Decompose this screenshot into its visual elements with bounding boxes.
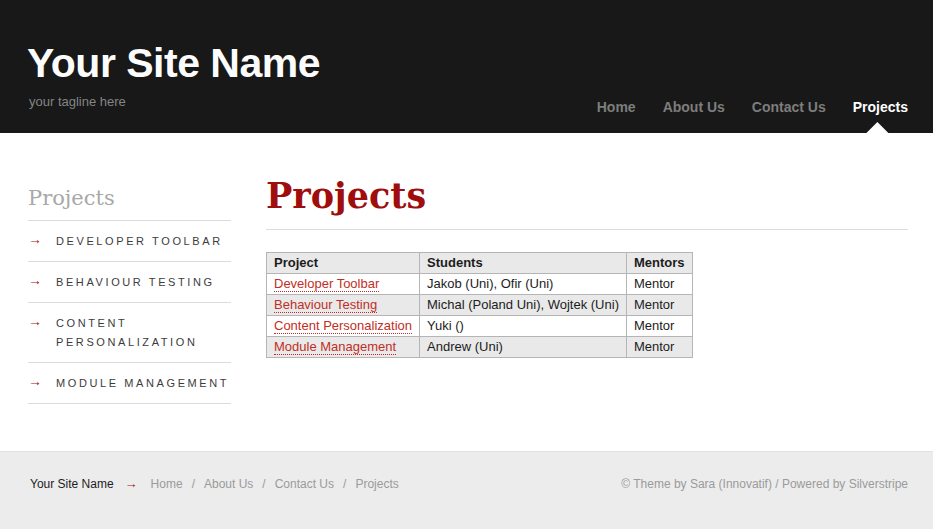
active-tab-indicator-icon: [867, 122, 889, 133]
arrow-right-icon: →: [28, 232, 56, 251]
table-row: Module Management Andrew (Uni) Mentor: [267, 337, 693, 358]
main-navigation: Home About Us Contact Us Projects: [597, 99, 908, 115]
site-header: Your Site Name your tagline here Home Ab…: [0, 0, 933, 133]
sidebar: Projects → DEVELOPER TOOLBAR → BEHAVIOUR…: [28, 133, 231, 451]
project-link-developer-toolbar[interactable]: Developer Toolbar: [274, 276, 379, 292]
sidebar-item-label: DEVELOPER TOOLBAR: [56, 232, 223, 251]
sidebar-item-label: MODULE MANAGEMENT: [56, 374, 229, 393]
students-cell: Michal (Poland Uni), Wojtek (Uni): [420, 295, 627, 316]
nav-item-projects-label: Projects: [853, 99, 908, 115]
separator: /: [260, 477, 267, 491]
site-footer: Your Site Name → Home / About Us / Conta…: [0, 451, 933, 529]
arrow-right-icon: →: [121, 476, 144, 491]
page-title: Projects: [266, 175, 908, 216]
table-row: Content Personalization Yuki () Mentor: [267, 316, 693, 337]
footer-link-home[interactable]: Home: [151, 477, 183, 491]
mentors-cell: Mentor: [626, 274, 692, 295]
divider: [28, 403, 231, 404]
sidebar-item-content-personalization[interactable]: → CONTENT PERSONALIZATION: [28, 303, 231, 362]
content-area: Projects Project Students Mentors Develo…: [266, 133, 908, 451]
nav-item-home[interactable]: Home: [597, 99, 636, 115]
project-link-module-management[interactable]: Module Management: [274, 339, 396, 355]
students-cell: Andrew (Uni): [420, 337, 627, 358]
sidebar-item-developer-toolbar[interactable]: → DEVELOPER TOOLBAR: [28, 221, 231, 261]
table-row: Developer Toolbar Jakob (Uni), Ofir (Uni…: [267, 274, 693, 295]
mentors-cell: Mentor: [626, 337, 692, 358]
arrow-right-icon: →: [28, 314, 56, 352]
main-area: Projects → DEVELOPER TOOLBAR → BEHAVIOUR…: [0, 133, 933, 451]
arrow-right-icon: →: [28, 273, 56, 292]
mentors-cell: Mentor: [626, 316, 692, 337]
sidebar-item-module-management[interactable]: → MODULE MANAGEMENT: [28, 363, 231, 403]
separator: /: [190, 477, 197, 491]
project-link-behaviour-testing[interactable]: Behaviour Testing: [274, 297, 377, 313]
students-cell: Jakob (Uni), Ofir (Uni): [420, 274, 627, 295]
mentors-cell: Mentor: [626, 295, 692, 316]
column-header-project: Project: [267, 253, 420, 274]
sidebar-item-label: CONTENT PERSONALIZATION: [56, 314, 231, 352]
site-title[interactable]: Your Site Name: [27, 40, 320, 87]
table-header-row: Project Students Mentors: [267, 253, 693, 274]
column-header-mentors: Mentors: [626, 253, 692, 274]
nav-item-projects[interactable]: Projects: [853, 99, 908, 115]
table-row: Behaviour Testing Michal (Poland Uni), W…: [267, 295, 693, 316]
sidebar-item-behaviour-testing[interactable]: → BEHAVIOUR TESTING: [28, 262, 231, 302]
students-cell: Yuki (): [420, 316, 627, 337]
projects-table: Project Students Mentors Developer Toolb…: [266, 252, 693, 358]
nav-item-about-us[interactable]: About Us: [663, 99, 725, 115]
footer-link-about-us[interactable]: About Us: [204, 477, 253, 491]
divider: [266, 229, 908, 230]
footer-link-contact-us[interactable]: Contact Us: [275, 477, 334, 491]
sidebar-item-label: BEHAVIOUR TESTING: [56, 273, 215, 292]
site-tagline: your tagline here: [29, 94, 126, 109]
footer-link-projects[interactable]: Projects: [355, 477, 398, 491]
footer-copyright: © Theme by Sara (Innovatif) / Powered by…: [621, 477, 908, 491]
nav-item-contact-us[interactable]: Contact Us: [752, 99, 826, 115]
project-link-content-personalization[interactable]: Content Personalization: [274, 318, 412, 334]
separator: /: [341, 477, 348, 491]
sidebar-title: Projects: [28, 186, 231, 210]
column-header-students: Students: [420, 253, 627, 274]
footer-breadcrumb: Your Site Name → Home / About Us / Conta…: [30, 476, 399, 491]
arrow-right-icon: →: [28, 374, 56, 393]
footer-site-name[interactable]: Your Site Name: [30, 477, 114, 491]
